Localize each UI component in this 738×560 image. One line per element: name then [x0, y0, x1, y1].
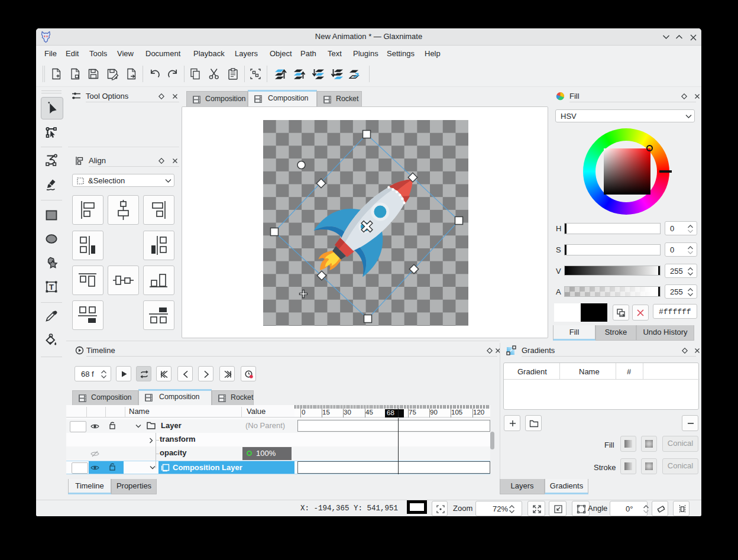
svg-text:T: T [49, 283, 54, 292]
